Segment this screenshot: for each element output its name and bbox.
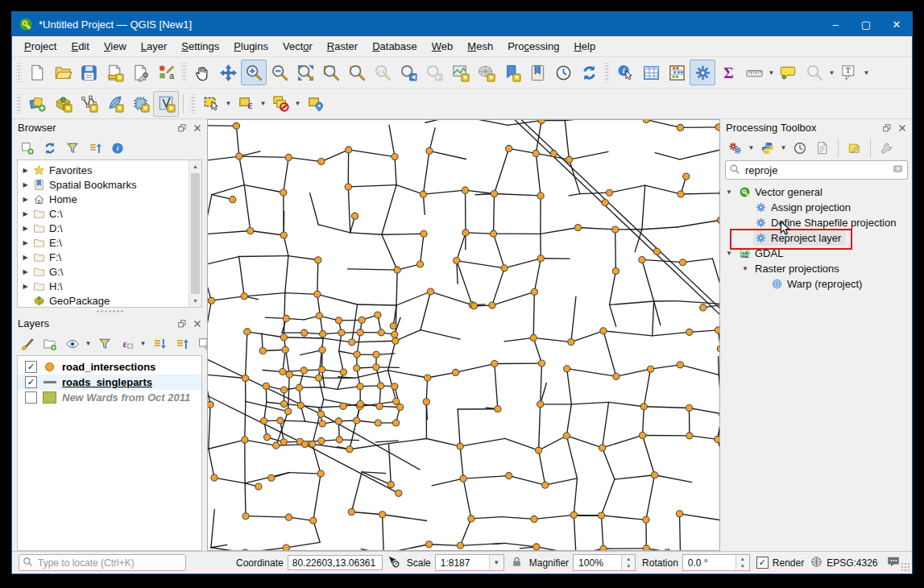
new-spatial-bookmark-button[interactable] (499, 60, 524, 85)
edit-features-in-place-button[interactable] (843, 138, 865, 159)
collapse-all-button[interactable] (171, 333, 193, 354)
processing-float-button[interactable] (880, 122, 893, 134)
browser-item-home[interactable]: ▶Home (18, 192, 201, 206)
scale-combo[interactable]: 1:8187 ▼ (435, 554, 504, 571)
processing-item-reproject-layer[interactable]: Reproject layer (720, 230, 912, 246)
scale-dropdown-icon[interactable]: ▼ (489, 555, 503, 570)
select-by-expression-dropdown-icon[interactable]: ▼ (259, 100, 267, 107)
zoom-full-button[interactable] (292, 60, 318, 85)
manage-map-themes-button[interactable] (61, 333, 83, 354)
layer-item-road-intersections[interactable]: ✓road_intersections (18, 359, 201, 375)
layer-item-new-wards-from-oct-2011[interactable]: New Wards from Oct 2011 (18, 390, 201, 405)
filter-by-expression-button[interactable]: ε (116, 333, 138, 354)
temporal-controller-button[interactable] (550, 60, 576, 85)
expand-icon[interactable]: ▼ (741, 265, 749, 272)
minimize-button[interactable]: – (820, 12, 851, 36)
processing-search-input[interactable] (744, 164, 889, 177)
python-scripts-button[interactable] (756, 138, 778, 159)
text-annotation-button[interactable]: T (836, 60, 862, 85)
browser-item-h-[interactable]: ▶H:\ (18, 279, 201, 293)
pan-to-selection-button[interactable] (215, 60, 241, 85)
resize-grip[interactable] (901, 562, 910, 572)
new-geopackage-layer-button[interactable] (50, 91, 76, 117)
results-viewer-button[interactable] (811, 138, 833, 159)
magnifier-up-icon[interactable]: ▲ (622, 555, 635, 563)
expand-icon[interactable]: ▶ (22, 268, 29, 275)
project-new-button[interactable] (24, 60, 50, 85)
zoom-native-button[interactable]: 1:1 (370, 60, 396, 85)
new-spatialite-layer-button[interactable] (102, 91, 127, 117)
show-spatial-bookmarks-button[interactable] (524, 60, 550, 85)
filter-legend-button[interactable] (93, 333, 115, 354)
menu-settings[interactable]: Settings (174, 38, 226, 55)
menu-plugins[interactable]: Plugins (226, 38, 276, 55)
text-annotation-dropdown-icon[interactable]: ▼ (862, 69, 871, 77)
style-manager-button[interactable]: a (153, 60, 179, 85)
expand-icon[interactable]: ▼ (725, 188, 733, 196)
crs-value[interactable]: EPSG:4326 (827, 557, 877, 569)
processing-item-define-shapefile-projection[interactable]: Define Shapefile projection (720, 215, 912, 230)
toolbar-handle[interactable] (604, 63, 610, 82)
rotation-up-icon[interactable]: ▲ (736, 555, 749, 563)
expand-icon[interactable]: ▶ (22, 225, 29, 232)
crs-globe-icon[interactable] (810, 556, 822, 570)
select-features-button[interactable] (198, 91, 224, 117)
menu-edit[interactable]: Edit (64, 38, 96, 55)
show-sum-statistics-button[interactable]: Σ (715, 60, 741, 85)
processing-item-vector-general[interactable]: ▼Vector general (720, 184, 912, 200)
project-save-button[interactable] (76, 60, 102, 85)
lock-icon[interactable] (511, 556, 523, 570)
menu-database[interactable]: Database (365, 38, 425, 55)
processing-item-gdal[interactable]: ▼GDALGDAL (720, 246, 912, 261)
magnifier-down-icon[interactable]: ▼ (622, 563, 635, 571)
browser-item-geopackage[interactable]: GeoPackage (18, 293, 201, 308)
browser-item-d-[interactable]: ▶D:\ (18, 221, 201, 235)
osm-place-search-dropdown-icon[interactable]: ▼ (827, 69, 836, 77)
coordinate-toggle-icon[interactable] (387, 555, 400, 571)
menu-help[interactable]: Help (566, 38, 603, 55)
coordinate-input[interactable]: 80.22603,13.06361 (288, 555, 383, 570)
close-button[interactable]: ✕ (881, 12, 912, 36)
expand-all-button[interactable] (148, 333, 170, 354)
browser-properties-button[interactable]: i (106, 138, 128, 159)
layers-float-button[interactable] (175, 317, 189, 329)
scroll-thumb[interactable] (191, 173, 200, 294)
map-tips-button[interactable] (776, 60, 802, 85)
expand-icon[interactable]: ▶ (22, 167, 29, 174)
scroll-up-icon[interactable]: ▲ (189, 160, 201, 172)
menu-web[interactable]: Web (425, 38, 461, 55)
python-scripts-dropdown-icon[interactable]: ▼ (779, 144, 788, 151)
new-shapefile-layer-button[interactable] (76, 91, 102, 117)
browser-item-favorites[interactable]: ▶Favorites (18, 163, 201, 177)
browser-item-spatial-bookmarks[interactable]: ▶Spatial Bookmarks (18, 177, 201, 192)
zoom-in-button[interactable] (241, 60, 267, 85)
new-virtual-layer-button[interactable] (153, 91, 179, 117)
processing-options-button[interactable] (876, 138, 897, 159)
models-dropdown-icon[interactable]: ▼ (747, 144, 756, 151)
new-print-layout-button[interactable] (102, 60, 127, 85)
models-button[interactable] (724, 138, 746, 159)
show-statistical-summary-button[interactable] (664, 60, 690, 85)
filter-by-expression-dropdown-icon[interactable]: ▼ (139, 340, 147, 347)
messages-icon[interactable] (886, 554, 901, 571)
toolbar-handle[interactable] (16, 94, 22, 114)
layer-visibility-checkbox[interactable] (25, 391, 37, 404)
browser-item-g-[interactable]: ▶G:\ (18, 264, 201, 279)
measure-line-button[interactable] (741, 60, 767, 85)
magnifier-spinbox[interactable]: 100% ▲▼ (573, 554, 636, 571)
processing-item-raster-projections[interactable]: ▼Raster projections (720, 261, 912, 276)
menu-layer[interactable]: Layer (134, 38, 175, 55)
layer-visibility-checkbox[interactable]: ✓ (25, 361, 37, 373)
expand-icon[interactable]: ▶ (22, 239, 29, 246)
browser-scrollbar[interactable]: ▲ ▼ (189, 160, 201, 307)
deselect-features-dropdown-icon[interactable]: ▼ (293, 100, 302, 107)
show-layout-manager-button[interactable] (127, 60, 153, 85)
select-features-dropdown-icon[interactable]: ▼ (224, 100, 233, 107)
expand-icon[interactable]: ▶ (22, 181, 29, 188)
zoom-next-button[interactable] (421, 60, 447, 85)
manage-map-themes-dropdown-icon[interactable]: ▼ (84, 340, 93, 347)
zoom-last-button[interactable] (396, 60, 421, 85)
layer-item-roads-singleparts[interactable]: ✓roads_singleparts (18, 375, 201, 390)
project-open-button[interactable] (50, 60, 76, 85)
new-temporary-scratch-layer-button[interactable] (127, 91, 153, 117)
